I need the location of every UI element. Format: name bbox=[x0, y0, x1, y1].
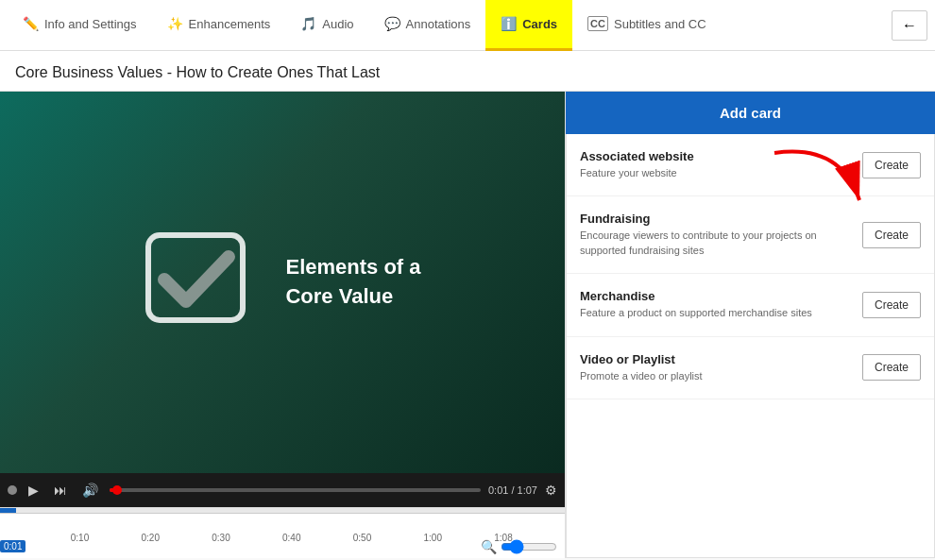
video-panel: Elements of a Core Value ▶ ⏭ 🔊 0:01 / 1:… bbox=[0, 92, 565, 558]
card-option-website-info: Associated website Feature your website bbox=[580, 149, 851, 180]
video-overlay-text: Elements of a Core Value bbox=[285, 253, 420, 312]
page-title: Core Business Values - How to Create One… bbox=[15, 64, 920, 81]
tab-info[interactable]: ✏️ Info and Settings bbox=[8, 0, 152, 51]
timeline-zoom: 🔍 bbox=[481, 539, 557, 554]
tab-enhancements[interactable]: ✨ Enhancements bbox=[152, 0, 286, 51]
audio-icon: 🎵 bbox=[300, 16, 316, 31]
tab-annotations[interactable]: 💬 Annotations bbox=[369, 0, 486, 51]
card-option-fundraising-title: Fundraising bbox=[580, 212, 851, 226]
card-option-website-title: Associated website bbox=[580, 149, 851, 163]
marker-0-30: 0:30 bbox=[212, 533, 230, 543]
volume-area: 🔊 bbox=[78, 481, 102, 500]
card-option-website-desc: Feature your website bbox=[580, 166, 851, 180]
timeline-markers: 0:01 0:10 0:20 0:30 0:40 0:50 1:00 1:08 … bbox=[0, 514, 565, 558]
progress-dot bbox=[112, 485, 122, 495]
create-website-button[interactable]: Create bbox=[862, 152, 921, 178]
zoom-icon[interactable]: 🔍 bbox=[481, 539, 497, 554]
tab-cards[interactable]: ℹ️ Cards bbox=[485, 0, 572, 51]
card-option-fundraising: Fundraising Encourage viewers to contrib… bbox=[567, 196, 934, 274]
timeline-played bbox=[0, 508, 14, 513]
main-content: Elements of a Core Value ▶ ⏭ 🔊 0:01 / 1:… bbox=[0, 92, 935, 558]
create-merchandise-button[interactable]: Create bbox=[862, 292, 921, 318]
card-options-list: Associated website Feature your website … bbox=[566, 134, 935, 558]
video-area[interactable]: Elements of a Core Value bbox=[0, 92, 565, 473]
tab-cards-label: Cards bbox=[522, 17, 557, 31]
create-fundraising-button[interactable]: Create bbox=[862, 222, 921, 248]
video-controls: ▶ ⏭ 🔊 0:01 / 1:07 ⚙ bbox=[0, 473, 565, 507]
add-card-button[interactable]: Add card bbox=[566, 92, 935, 134]
marker-0-10: 0:10 bbox=[71, 533, 89, 543]
checkbox-icon bbox=[144, 230, 257, 334]
create-video-playlist-button[interactable]: Create bbox=[862, 354, 921, 381]
cc-icon: CC bbox=[587, 16, 608, 31]
marker-0-20: 0:20 bbox=[142, 533, 160, 543]
card-option-video-playlist-desc: Promote a video or playlist bbox=[580, 369, 851, 383]
card-option-fundraising-info: Fundraising Encourage viewers to contrib… bbox=[580, 212, 851, 258]
top-navigation: ✏️ Info and Settings ✨ Enhancements 🎵 Au… bbox=[0, 0, 935, 51]
card-option-video-playlist: Video or Playlist Promote a video or pla… bbox=[567, 337, 934, 399]
cards-icon: ℹ️ bbox=[501, 16, 517, 31]
card-option-video-playlist-title: Video or Playlist bbox=[580, 352, 851, 366]
right-panel: Add card Associated website Feature your… bbox=[565, 92, 935, 558]
progress-bar[interactable] bbox=[110, 488, 481, 492]
marker-0-40: 0:40 bbox=[282, 533, 300, 543]
skip-button[interactable]: ⏭ bbox=[50, 481, 71, 500]
enhancements-icon: ✨ bbox=[167, 16, 183, 31]
tab-audio-label: Audio bbox=[322, 17, 353, 31]
card-option-merchandise-desc: Feature a product on supported merchandi… bbox=[580, 306, 851, 320]
current-time-badge: 0:01 bbox=[0, 540, 26, 552]
edit-icon: ✏️ bbox=[23, 16, 39, 31]
tab-audio[interactable]: 🎵 Audio bbox=[285, 0, 368, 51]
page-title-area: Core Business Values - How to Create One… bbox=[0, 51, 935, 92]
marker-0-50: 0:50 bbox=[353, 533, 371, 543]
tab-annotations-label: Annotations bbox=[406, 17, 471, 31]
tab-info-label: Info and Settings bbox=[44, 17, 137, 31]
tab-subtitles[interactable]: CC Subtitles and CC bbox=[572, 0, 721, 51]
timeline-area: 0:01 0:10 0:20 0:30 0:40 0:50 1:00 1:08 … bbox=[0, 507, 565, 558]
marker-1-00: 1:00 bbox=[424, 533, 442, 543]
position-dot bbox=[8, 485, 17, 495]
card-option-video-playlist-info: Video or Playlist Promote a video or pla… bbox=[580, 352, 851, 383]
play-button[interactable]: ▶ bbox=[25, 481, 42, 500]
time-display: 0:01 / 1:07 bbox=[488, 484, 537, 496]
zoom-slider[interactable] bbox=[501, 539, 557, 554]
tab-subtitles-label: Subtitles and CC bbox=[614, 17, 706, 31]
volume-button[interactable]: 🔊 bbox=[78, 481, 102, 500]
tab-enhancements-label: Enhancements bbox=[189, 17, 271, 31]
card-option-website: Associated website Feature your website … bbox=[567, 134, 934, 196]
card-option-merchandise: Merchandise Feature a product on support… bbox=[567, 274, 934, 336]
timeline-cursor bbox=[14, 508, 16, 513]
settings-gear-icon[interactable]: ⚙ bbox=[545, 483, 557, 498]
card-option-fundraising-desc: Encourage viewers to contribute to your … bbox=[580, 229, 851, 258]
back-button[interactable]: ← bbox=[892, 10, 927, 41]
video-content: Elements of a Core Value bbox=[144, 230, 420, 334]
annotations-icon: 💬 bbox=[384, 16, 400, 31]
card-option-merchandise-info: Merchandise Feature a product on support… bbox=[580, 289, 851, 320]
card-option-merchandise-title: Merchandise bbox=[580, 289, 851, 303]
